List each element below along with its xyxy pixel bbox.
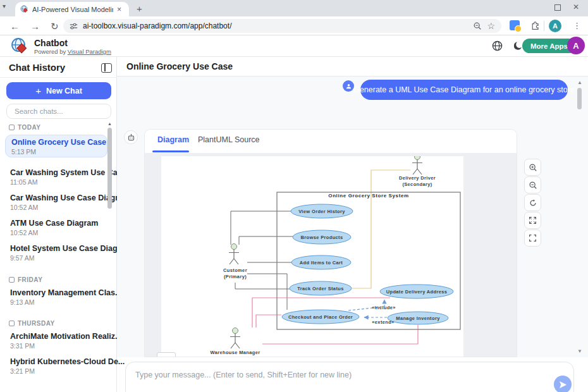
chat-item-time: 9:13 AM <box>10 298 35 306</box>
robot-icon <box>127 133 135 142</box>
zoom-out-button[interactable] <box>524 176 541 193</box>
powered-by: Powered by Visual Paradigm <box>34 48 111 55</box>
app-name: Chatbot <box>34 38 68 48</box>
sidebar-scrollbar[interactable] <box>107 128 112 209</box>
divider <box>0 77 117 78</box>
tab-search-icon[interactable]: ▾ <box>3 3 6 9</box>
extensions-puzzle-icon[interactable] <box>530 20 541 30</box>
relationship-label: «include» <box>372 305 396 310</box>
chat-scrollbar[interactable] <box>577 88 582 109</box>
usecase-label: Update Delivery Address <box>386 289 448 295</box>
chat-item-time: 11:05 AM <box>10 178 38 186</box>
tab-favicon-icon <box>20 5 28 13</box>
relationship-label: «extend» <box>372 319 394 325</box>
reload-button[interactable]: ↻ <box>51 21 59 32</box>
diagram-viewport[interactable]: Online Grocery Store SystemView Order Hi… <box>145 153 517 357</box>
chat-item-title[interactable]: Hybrid Kubernetes-Cloud De... <box>10 357 125 366</box>
new-chat-label: New Chat <box>46 87 82 95</box>
chat-item-time: 3:31 PM <box>10 342 35 350</box>
message-input-placeholder: Type your message... (Enter to send, Shi… <box>135 371 352 379</box>
use-case-diagram: Online Grocery Store SystemView Order Hi… <box>161 156 463 357</box>
browser-tab[interactable]: AI-Powered Visual Modeling Ch × <box>15 2 129 16</box>
section-label: THURSDAY <box>18 320 55 327</box>
calendar-icon <box>9 277 15 283</box>
tab-title: AI-Powered Visual Modeling Ch <box>32 6 113 13</box>
browser-window: ▾ AI-Powered Visual Modeling Ch × + ✕ ← … <box>0 0 588 392</box>
browser-profile-avatar[interactable]: A <box>549 20 561 32</box>
user-profile-avatar[interactable]: A <box>567 37 585 54</box>
uml-edge-assoc <box>239 236 293 245</box>
actor-stereotype: (Primary) <box>224 356 247 357</box>
chat-item-title[interactable]: Hotel System Use Case Diagr... <box>10 244 126 253</box>
uml-edge-assoc <box>231 211 291 245</box>
usecase-label: View Order History <box>298 209 345 214</box>
usecase-label: Add Items to Cart <box>300 260 343 266</box>
bot-avatar <box>124 130 138 144</box>
actor-name: Customer <box>223 267 247 273</box>
uml-diagram-canvas[interactable]: Online Grocery Store SystemView Order Hi… <box>161 156 463 357</box>
sidebar-scroll-up-icon[interactable]: ▲ <box>107 121 112 126</box>
expand-button[interactable] <box>524 212 541 229</box>
chat-item-time: 3:21 PM <box>10 367 35 375</box>
chat-item-title[interactable]: Online Grocery Use Case <box>11 138 106 147</box>
search-chats-input[interactable]: Search chats... <box>6 104 111 119</box>
reset-view-button[interactable] <box>524 194 541 211</box>
chat-item-time: 10:52 AM <box>10 229 38 236</box>
actor-customer[interactable]: Customer(Primary) <box>223 244 247 280</box>
window-maximize-button[interactable] <box>554 4 561 11</box>
chat-item-time: 10:52 AM <box>10 204 38 211</box>
actor-name: Delivery Driver <box>399 175 436 181</box>
uml-edge-secondary <box>352 170 410 288</box>
new-chat-button[interactable]: +New Chat <box>6 82 111 99</box>
browser-menu-icon[interactable]: ⋮ <box>573 21 581 30</box>
actor-stereotype: (Primary) <box>224 274 247 279</box>
calendar-icon <box>9 125 15 130</box>
actor-delivery-driver[interactable]: Delivery Driver(Secondary) <box>399 156 436 187</box>
window-close-button[interactable]: ✕ <box>573 3 579 11</box>
system-boundary-label: Online Grocery Store System <box>328 193 408 199</box>
collapse-sidebar-icon[interactable] <box>101 63 112 73</box>
zoom-in-button[interactable] <box>524 159 541 176</box>
diagram-corner-widget <box>157 352 176 357</box>
zoom-page-icon[interactable] <box>473 21 482 30</box>
uml-edge-assoc <box>247 274 287 310</box>
usecase-label: Manage Inventory <box>396 315 440 321</box>
chat-item-title[interactable]: ATM Use Case Diagram <box>10 219 98 228</box>
chat-item-time: 9:57 AM <box>10 254 35 262</box>
extension-doc-icon[interactable] <box>510 20 520 30</box>
uml-edge-assoc <box>235 283 290 289</box>
visual-paradigm-link[interactable]: Visual Paradigm <box>68 48 111 55</box>
forward-button[interactable]: → <box>30 21 40 32</box>
chat-item-title[interactable]: Inventory Management Clas... <box>10 288 121 297</box>
active-tab-underline <box>152 150 189 152</box>
page-title: Online Grocery Use Case <box>126 61 233 71</box>
tab-diagram[interactable]: Diagram <box>157 135 189 144</box>
send-button[interactable] <box>554 376 572 392</box>
section-label: FRIDAY <box>18 276 42 283</box>
actor-stereotype: (Secondary) <box>402 181 432 187</box>
uml-edge-manager <box>262 325 418 344</box>
actor-name: Warehouse Manager <box>210 350 260 355</box>
tab-close-icon[interactable]: × <box>117 6 121 13</box>
section-header-thursday: THURSDAY <box>9 320 55 327</box>
language-globe-icon[interactable] <box>492 40 503 51</box>
back-button[interactable]: ← <box>10 21 20 32</box>
diagram-tabbar: Diagram PlantUML Source <box>145 130 517 153</box>
user-message-avatar <box>343 80 354 92</box>
chat-item-time: 5:13 PM <box>11 148 36 156</box>
chat-scroll-up-icon[interactable]: ▲ <box>577 80 582 85</box>
bookmark-star-icon[interactable]: ☆ <box>487 21 495 31</box>
section-label: TODAY <box>18 124 40 131</box>
section-header-today: TODAY <box>9 124 40 131</box>
actor-warehouse-manager[interactable]: Warehouse Manager(Primary) <box>210 328 260 358</box>
send-plane-icon <box>559 381 567 389</box>
chat-item-title[interactable]: ArchiMate Motivation Realiz... <box>10 332 121 341</box>
tab-plantuml-source[interactable]: PlantUML Source <box>198 135 260 144</box>
chat-scroll-down-icon[interactable]: ▼ <box>577 348 582 354</box>
url-bar[interactable]: ai-toolbox.visual-paradigm.com/app/chatb… <box>63 19 501 33</box>
site-settings-icon[interactable] <box>70 22 78 30</box>
usecase-label: Checkout and Place Order <box>288 314 353 320</box>
new-tab-button[interactable]: + <box>137 4 142 13</box>
diagram-card: Diagram PlantUML Source Online Grocery S… <box>144 129 517 357</box>
fullscreen-button[interactable] <box>524 230 541 247</box>
